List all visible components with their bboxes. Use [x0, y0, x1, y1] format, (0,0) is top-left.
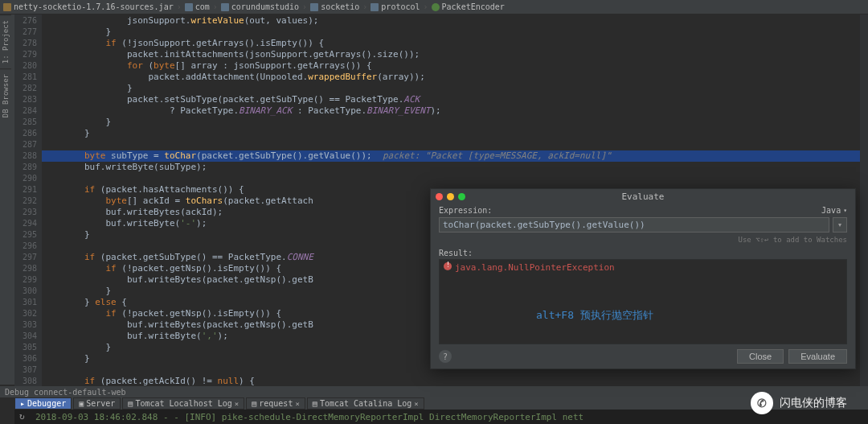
- debug-strip: Debug connect-default-web: [0, 386, 868, 397]
- breadcrumb-item[interactable]: socketio: [310, 2, 359, 11]
- close-icon[interactable]: ×: [414, 400, 418, 408]
- rerun-icon[interactable]: ↻: [19, 411, 31, 422]
- history-button[interactable]: ▾: [833, 217, 847, 233]
- close-icon[interactable]: ×: [295, 400, 299, 408]
- result-area[interactable]: java.lang.NullPointerException alt+F8 预执…: [439, 259, 847, 344]
- error-icon: [444, 262, 452, 270]
- expression-label: Expression:: [439, 206, 492, 215]
- jar-icon: [3, 3, 11, 11]
- side-tool-tabs: 1: Project DB Browser: [0, 14, 14, 385]
- wechat-icon: ✆: [751, 392, 773, 414]
- tab-debugger[interactable]: ▸ Debugger: [14, 397, 72, 410]
- bottom-tabs: ▸ Debugger ▣ Server ▤ Tomcat Localhost L…: [14, 397, 868, 410]
- evaluate-dialog: Evaluate Expression: Java▾ ▾ Use ⌥⇧↩ to …: [430, 188, 856, 369]
- tab-request[interactable]: ▤ request ×: [246, 397, 305, 410]
- zoom-window-icon[interactable]: [458, 193, 465, 200]
- tab-tomcat-localhost[interactable]: ▤ Tomcat Localhost Log ×: [122, 397, 244, 410]
- db-browser-tab[interactable]: DB Browser: [0, 68, 11, 122]
- error-stripe[interactable]: [860, 14, 868, 386]
- evaluate-button[interactable]: Evaluate: [788, 349, 847, 364]
- expression-input[interactable]: [439, 217, 829, 233]
- folder-icon: [310, 3, 318, 11]
- console-output[interactable]: ↻ 2018-09-03 18:46:02.848 - - [INFO] pik…: [14, 410, 868, 424]
- dialog-titlebar[interactable]: Evaluate: [431, 189, 855, 204]
- close-window-icon[interactable]: [436, 193, 443, 200]
- class-icon: [432, 3, 440, 11]
- language-selector[interactable]: Java▾: [821, 206, 847, 215]
- line-gutter: 276 277 278 279 280 281 282 283 284 285 …: [14, 14, 42, 386]
- breadcrumb-item[interactable]: PacketEncoder: [432, 2, 505, 11]
- close-icon[interactable]: ×: [235, 400, 239, 408]
- console-line: 2018-09-03 18:46:02.848 - - [INFO] pike-…: [35, 412, 583, 422]
- project-tab[interactable]: 1: Project: [0, 14, 11, 68]
- breadcrumb-item[interactable]: com: [185, 2, 210, 11]
- folder-icon: [371, 3, 379, 11]
- watermark: ✆ 闪电侠的博客: [751, 392, 847, 414]
- annotation-text: alt+F8 预执行抛空指针: [536, 308, 653, 323]
- run-config-name[interactable]: connect-default-web: [34, 388, 125, 397]
- close-button[interactable]: Close: [737, 349, 784, 364]
- folder-icon: [221, 3, 229, 11]
- debug-label: Debug: [5, 388, 29, 397]
- help-icon[interactable]: ?: [439, 350, 452, 363]
- folder-icon: [185, 3, 193, 11]
- breadcrumb-item[interactable]: corundumstudio: [221, 2, 299, 11]
- minimize-window-icon[interactable]: [447, 193, 454, 200]
- breadcrumb-item[interactable]: netty-socketio-1.7.16-sources.jar: [3, 2, 174, 11]
- tab-server[interactable]: ▣ Server: [73, 397, 121, 410]
- tab-tomcat-catalina[interactable]: ▤ Tomcat Catalina Log ×: [307, 397, 424, 410]
- chevron-down-icon: ▾: [843, 207, 847, 214]
- dialog-title: Evaluate: [622, 191, 665, 202]
- error-text: java.lang.NullPointerException: [455, 262, 615, 273]
- breadcrumb: netty-socketio-1.7.16-sources.jar› com› …: [0, 0, 868, 14]
- watches-hint: Use ⌥⇧↩ to add to Watches: [431, 236, 855, 247]
- result-label: Result:: [431, 247, 855, 259]
- breadcrumb-item[interactable]: protocol: [371, 2, 420, 11]
